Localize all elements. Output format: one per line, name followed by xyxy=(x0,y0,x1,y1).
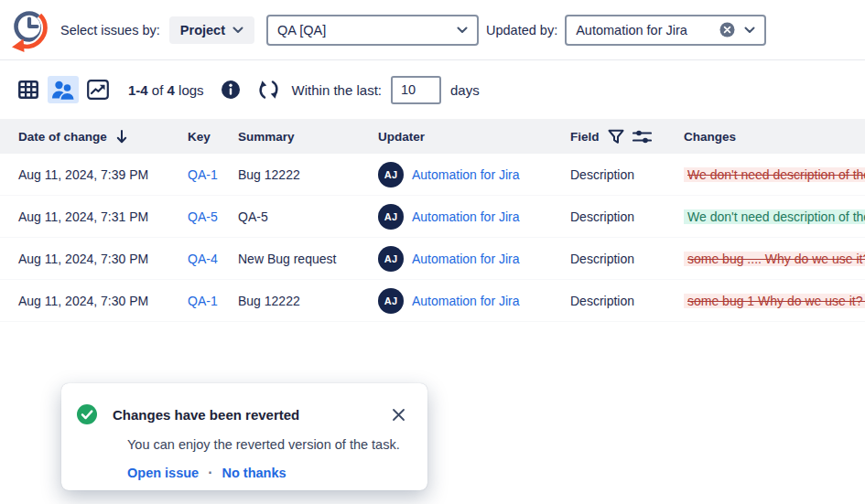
filter-funnel-icon[interactable] xyxy=(608,129,624,145)
changes-cell: some bug 1 Why do we use it? H xyxy=(684,294,865,308)
header-changes[interactable]: Changes xyxy=(684,130,865,144)
updater-cell: AJ Automation for Jira xyxy=(378,246,570,272)
field-cell: Description xyxy=(570,209,684,224)
updater-link[interactable]: Automation for Jira xyxy=(412,167,520,182)
table-row[interactable]: Aug 11, 2024, 7:31 PM QA-5 QA-5 AJ Autom… xyxy=(0,196,865,238)
table-grid-icon xyxy=(18,80,38,99)
issue-selector-mode-dropdown[interactable]: Project xyxy=(169,16,254,44)
date-of-change-cell: Aug 11, 2024, 7:30 PM xyxy=(18,294,188,308)
logs-word: logs xyxy=(178,82,204,98)
field-settings-sliders-icon[interactable] xyxy=(633,129,652,145)
field-cell: Description xyxy=(570,294,684,308)
change-diff-text: some bug .... Why do we use it? xyxy=(684,252,865,266)
issue-key-link[interactable]: QA-1 xyxy=(188,167,218,182)
header-date-of-change[interactable]: Date of change xyxy=(18,129,188,145)
refresh-icon[interactable] xyxy=(257,78,281,102)
updated-by-select-value: Automation for Jira xyxy=(576,23,687,38)
project-select[interactable]: QA [QA] xyxy=(266,15,479,46)
close-icon[interactable] xyxy=(389,405,407,424)
issue-key-link[interactable]: QA-5 xyxy=(188,209,218,224)
change-diff-text: some bug 1 Why do we use it? H xyxy=(684,294,865,308)
info-icon[interactable] xyxy=(219,78,243,102)
date-of-change-cell: Aug 11, 2024, 7:31 PM xyxy=(18,209,188,224)
chevron-down-icon xyxy=(744,27,755,34)
summary-cell: Bug 12222 xyxy=(238,167,378,182)
change-diff-text: We don't need description of the xyxy=(684,209,865,224)
changes-cell: We don't need description of the xyxy=(684,167,865,182)
avatar: AJ xyxy=(378,162,404,188)
logs-range: 1-4 xyxy=(128,82,148,98)
chart-view-icon[interactable] xyxy=(82,76,114,103)
no-thanks-link[interactable]: No thanks xyxy=(222,466,287,480)
avatar: AJ xyxy=(378,246,404,272)
toast-changes-reverted: Changes have been reverted You can enjoy… xyxy=(61,383,427,490)
sort-descending-icon[interactable] xyxy=(115,129,128,145)
within-the-last-label: Within the last: xyxy=(292,82,382,98)
summary-cell: QA-5 xyxy=(238,209,378,224)
table-row[interactable]: Aug 11, 2024, 7:30 PM QA-4 New Bug reque… xyxy=(0,238,865,280)
people-icon xyxy=(51,80,75,101)
date-of-change-cell: Aug 11, 2024, 7:30 PM xyxy=(18,252,188,266)
table-row[interactable]: Aug 11, 2024, 7:39 PM QA-1 Bug 12222 AJ … xyxy=(0,154,865,196)
success-check-icon xyxy=(76,403,98,425)
summary-cell: Bug 12222 xyxy=(238,294,378,308)
table-row[interactable]: Aug 11, 2024, 7:30 PM QA-1 Bug 12222 AJ … xyxy=(0,280,865,322)
updater-cell: AJ Automation for Jira xyxy=(378,162,570,188)
toast-body-text: You can enjoy the reverted version of th… xyxy=(127,437,407,452)
field-cell: Description xyxy=(570,252,684,266)
logs-count: 1-4 of 4 logs xyxy=(128,82,204,98)
changelog-table: Date of change Key Summary Updater Field xyxy=(0,119,865,322)
table-header-row: Date of change Key Summary Updater Field xyxy=(0,119,865,154)
select-issues-by-label: Select issues by: xyxy=(60,23,160,38)
header-field[interactable]: Field xyxy=(570,129,684,145)
chevron-down-icon xyxy=(457,27,468,34)
updated-by-select[interactable]: Automation for Jira xyxy=(565,15,766,46)
summary-cell: New Bug request xyxy=(238,252,378,266)
history-clock-logo xyxy=(7,6,49,54)
logs-total: 4 xyxy=(168,82,175,98)
toolbar: 1-4 of 4 logs Within the last: days xyxy=(0,60,865,119)
issue-key-link[interactable]: QA-1 xyxy=(188,294,218,308)
chevron-down-icon xyxy=(232,27,243,34)
days-label: days xyxy=(450,82,480,98)
open-issue-link[interactable]: Open issue xyxy=(127,466,199,480)
header-key[interactable]: Key xyxy=(188,130,238,144)
filter-bar: Select issues by: Project QA [QA] Update… xyxy=(0,0,865,60)
issue-key-link[interactable]: QA-4 xyxy=(188,252,218,266)
header-summary[interactable]: Summary xyxy=(238,130,378,144)
avatar: AJ xyxy=(378,204,404,230)
header-updater[interactable]: Updater xyxy=(378,130,570,144)
date-of-change-cell: Aug 11, 2024, 7:39 PM xyxy=(18,167,188,182)
updater-link[interactable]: Automation for Jira xyxy=(412,252,520,266)
project-select-value: QA [QA] xyxy=(277,23,326,38)
clear-selection-icon[interactable] xyxy=(719,22,735,38)
avatar: AJ xyxy=(378,288,404,314)
issue-selector-mode-label: Project xyxy=(180,23,225,38)
toast-title: Changes have been reverted xyxy=(113,407,299,423)
days-input[interactable] xyxy=(391,76,441,104)
people-view-icon[interactable] xyxy=(48,76,79,103)
field-cell: Description xyxy=(570,167,684,182)
view-switcher xyxy=(13,76,114,103)
table-body: Aug 11, 2024, 7:39 PM QA-1 Bug 12222 AJ … xyxy=(0,154,865,322)
change-diff-text: We don't need description of the xyxy=(684,167,865,182)
changes-cell: some bug .... Why do we use it? xyxy=(684,252,865,266)
line-chart-icon xyxy=(87,80,109,100)
updater-cell: AJ Automation for Jira xyxy=(378,288,570,314)
action-separator: · xyxy=(208,465,212,481)
updater-link[interactable]: Automation for Jira xyxy=(412,294,520,308)
updater-cell: AJ Automation for Jira xyxy=(378,204,570,230)
table-view-icon[interactable] xyxy=(13,76,44,103)
updated-by-label: Updated by: xyxy=(486,23,557,38)
changes-cell: We don't need description of the xyxy=(684,209,865,224)
logs-of: of xyxy=(152,82,164,98)
updater-link[interactable]: Automation for Jira xyxy=(412,209,520,224)
